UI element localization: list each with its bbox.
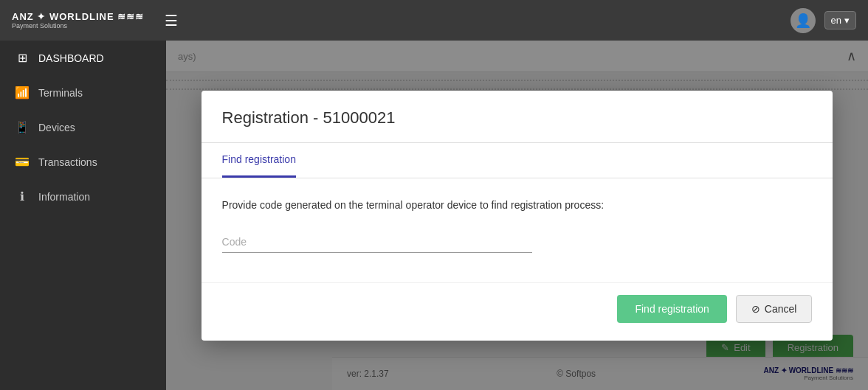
cancel-icon: ⊘ [751,303,760,315]
logo-area: ANZ ✦ WORLDLINE ≋≋≋ Payment Solutions [12,11,144,29]
modal-header: Registration - 51000021 [202,91,833,143]
transactions-icon: 💳 [15,155,30,169]
sidebar-label-transactions: Transactions [38,156,97,168]
modal-footer: Find registration ⊘ Cancel [202,282,833,341]
modal-title: Registration - 51000021 [222,108,813,128]
find-registration-button[interactable]: Find registration [617,295,726,323]
tab-find-registration-label: Find registration [222,153,296,165]
chevron-down-icon: ▾ [844,15,850,26]
find-registration-label: Find registration [635,303,709,315]
logo-primary: ANZ ✦ WORLDLINE ≋≋≋ [12,11,144,22]
tab-find-registration[interactable]: Find registration [222,143,296,178]
main-area: ⊞ DASHBOARD 📶 Terminals 📱 Devices 💳 Tran… [0,41,868,390]
hamburger-icon[interactable]: ☰ [165,12,178,29]
modal-description: Provide code generated on the terminal o… [222,199,813,211]
sidebar-item-transactions[interactable]: 💳 Transactions [0,144,166,179]
sidebar-label-information: Information [38,191,90,203]
sidebar-item-terminals[interactable]: 📶 Terminals [0,75,166,110]
sidebar-label-devices: Devices [38,122,75,133]
modal-overlay: Registration - 51000021 Find registratio… [166,41,868,390]
sidebar-item-information[interactable]: ℹ Information [0,179,166,214]
registration-modal: Registration - 51000021 Find registratio… [202,91,833,341]
lang-selector[interactable]: en ▾ [824,11,856,29]
modal-tabs: Find registration [202,143,833,178]
lang-label: en [831,15,841,26]
header-right: 👤 en ▾ [790,8,856,33]
content-area: ays) ∧ ✎ Edit Registration ver: 2.1.37 ©… [166,41,868,390]
sidebar-item-devices[interactable]: 📱 Devices [0,110,166,144]
devices-icon: 📱 [15,120,30,134]
code-input-container [222,231,813,253]
logo-sub: Payment Solutions [12,22,67,29]
top-header: ANZ ✦ WORLDLINE ≋≋≋ Payment Solutions ☰ … [0,0,868,41]
sidebar-label-terminals: Terminals [38,87,83,99]
terminals-icon: 📶 [15,86,30,100]
information-icon: ℹ [15,189,30,203]
sidebar: ⊞ DASHBOARD 📶 Terminals 📱 Devices 💳 Tran… [0,41,166,390]
header-left: ANZ ✦ WORLDLINE ≋≋≋ Payment Solutions ☰ [12,11,178,29]
code-input[interactable] [222,231,532,253]
user-avatar[interactable]: 👤 [790,8,816,33]
sidebar-item-dashboard[interactable]: ⊞ DASHBOARD [0,41,166,75]
cancel-label: Cancel [765,303,797,315]
modal-body: Provide code generated on the terminal o… [202,178,833,282]
sidebar-label-dashboard: DASHBOARD [38,52,104,64]
dashboard-icon: ⊞ [15,51,30,65]
cancel-button[interactable]: ⊘ Cancel [736,295,813,323]
